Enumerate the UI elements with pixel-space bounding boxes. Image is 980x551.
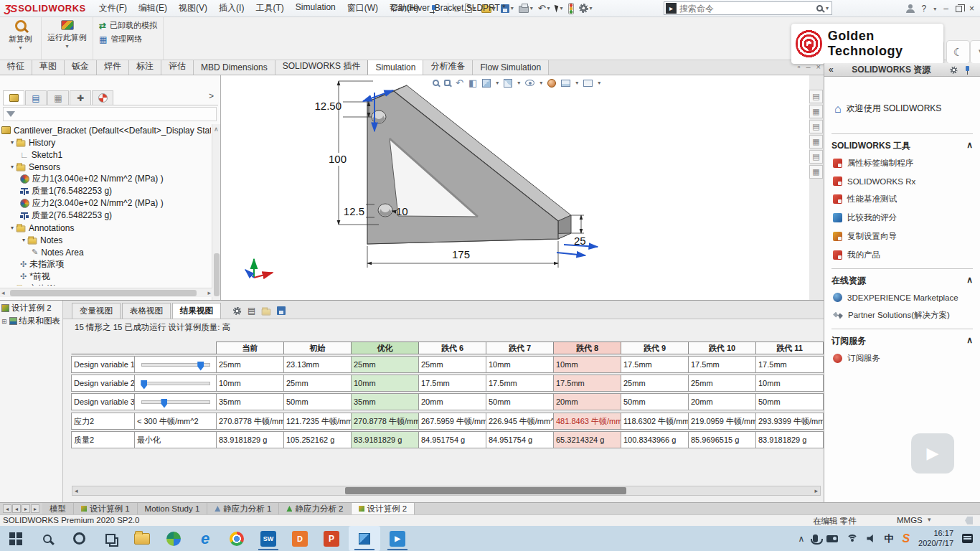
panel-button-5[interactable]: ▤ — [809, 150, 823, 164]
marketplace-link[interactable]: 3DEXPERIENCE Marketplace — [833, 293, 973, 302]
offloaded-simulation-button[interactable]: ⇄ 已卸载的模拟 — [99, 20, 157, 31]
scrollbar-thumb[interactable] — [345, 487, 626, 494]
start-button[interactable] — [0, 526, 32, 551]
browser-360-button[interactable] — [158, 526, 189, 551]
section-view-icon[interactable]: ◧ — [468, 77, 477, 88]
featuremanager-tab[interactable] — [3, 90, 24, 105]
tab-static-2[interactable]: 静应力分析 2 — [279, 503, 351, 514]
action-center-icon[interactable] — [962, 534, 973, 543]
study-list-icon[interactable]: ▤ — [248, 306, 255, 316]
scene-caret[interactable]: ▾ — [575, 80, 578, 86]
prev-tab-icon[interactable]: ◂ — [12, 504, 21, 513]
menu-insert[interactable]: 插入(I) — [213, 0, 250, 17]
tab-static-1[interactable]: 静应力分析 1 — [207, 503, 279, 514]
subscription-services-link[interactable]: 订阅服务 — [833, 353, 973, 364]
microphone-icon[interactable] — [813, 534, 818, 542]
variable-slider[interactable] — [141, 400, 210, 404]
volume-icon[interactable] — [867, 534, 875, 543]
collapse-section-icon[interactable]: ∧ — [966, 335, 973, 347]
print-caret[interactable]: ▾ — [530, 5, 533, 11]
edge-button[interactable]: e — [189, 526, 221, 551]
panel-button-2[interactable]: ▦ — [809, 105, 823, 118]
section-subscription[interactable]: 订阅服务 ∧ — [831, 335, 973, 347]
tab-variable-view[interactable]: 变量视图 — [72, 303, 121, 319]
help-button[interactable]: ? — [922, 4, 927, 14]
tree-item-front-view[interactable]: ✣ *前视 — [1, 270, 211, 283]
property-tab-builder-link[interactable]: 属性标签编制程序 — [833, 158, 973, 169]
tab-overflow-icon[interactable]: > — [209, 91, 214, 101]
options-gear-icon[interactable] — [579, 4, 588, 13]
units-caret-icon[interactable]: ▾ — [928, 516, 931, 523]
panel-button-1[interactable]: ▤ — [809, 90, 823, 103]
tree-item-sketch1[interactable]: ∟ Sketch1 — [1, 149, 211, 161]
tab-mbd-dimensions[interactable]: MBD Dimensions — [193, 60, 275, 75]
tree-item-history[interactable]: ▾ History — [1, 136, 211, 149]
chrome-button[interactable] — [221, 526, 253, 551]
taskbar-clock[interactable]: 16:17 2020/7/17 — [918, 529, 953, 549]
expander-icon[interactable]: ▾ — [9, 164, 16, 170]
sogou-tray-icon[interactable]: S — [902, 532, 910, 545]
panel-button-4[interactable]: ▦ — [809, 135, 823, 149]
col-optimal[interactable]: 优化 — [351, 342, 419, 354]
tab-simulation[interactable]: Simulation — [367, 60, 423, 75]
projector-icon[interactable] — [826, 535, 838, 542]
partner-solutions-link[interactable]: Partner Solutions(解决方案) — [833, 310, 973, 321]
collapse-section-icon[interactable]: ∧ — [966, 275, 973, 287]
tree-item-notes[interactable]: ▾ Notes — [1, 234, 211, 246]
scrollbar-thumb[interactable] — [10, 290, 197, 296]
panel-button-6[interactable]: ▦ — [809, 165, 823, 179]
ime-indicator[interactable]: 中 — [884, 532, 893, 545]
office-app-button[interactable]: D — [284, 526, 316, 551]
tree-filter[interactable] — [3, 107, 217, 121]
col-iteration-9[interactable]: 跌代 9 — [621, 342, 689, 354]
menu-tools[interactable]: 工具(T) — [250, 0, 289, 17]
search-icon[interactable] — [816, 5, 823, 11]
select-cursor-icon[interactable] — [554, 4, 560, 13]
restore-button[interactable] — [956, 6, 962, 12]
print-icon[interactable] — [519, 6, 529, 13]
close-button[interactable]: × — [969, 4, 974, 14]
slider-thumb[interactable] — [197, 362, 204, 371]
my-products-link[interactable]: 我的产品 — [833, 250, 973, 260]
performance-benchmark-link[interactable]: 性能基准测试 — [833, 194, 973, 204]
compare-score-link[interactable]: 比较我的评分 — [833, 212, 973, 223]
scroll-left-icon[interactable]: ◂ — [1, 289, 5, 296]
col-iteration-7[interactable]: 跌代 7 — [486, 342, 554, 354]
tree-item-annotations[interactable]: ▾ Annotations — [1, 222, 211, 234]
tab-flow-simulation[interactable]: Flow Simulation — [472, 60, 549, 75]
video-app-button[interactable]: ▶ — [382, 526, 413, 551]
col-initial[interactable]: 初始 — [283, 342, 352, 354]
select-caret[interactable]: ▾ — [560, 5, 563, 11]
study-tree-results[interactable]: ⊞ 结果和图表 — [0, 314, 62, 326]
rebuild-icon[interactable] — [568, 3, 574, 14]
last-tab-icon[interactable]: ▸ — [31, 504, 39, 513]
collapse-pane-icon[interactable]: « — [829, 65, 834, 75]
tray-expand-icon[interactable]: ∧ — [798, 534, 805, 544]
tab-table-view[interactable]: 表格视图 — [122, 303, 171, 319]
view-orientation-caret[interactable]: ▾ — [496, 80, 499, 86]
display-style-icon[interactable] — [504, 79, 512, 88]
run-study-button[interactable]: 运行此算例 ▾ — [42, 17, 93, 60]
welcome-link[interactable]: ⌂ 欢迎使用 SOLIDWORKS — [834, 103, 973, 115]
minimize-button[interactable]: – — [943, 4, 948, 14]
solidworks-app-button[interactable]: SW — [253, 526, 284, 551]
expander-icon[interactable]: ▾ — [20, 237, 27, 243]
scrollbar-thumb[interactable] — [214, 253, 220, 296]
command-search[interactable]: ▸ ▾ — [664, 1, 832, 15]
tab-design-study-1[interactable]: 设计算例 1 — [74, 503, 138, 514]
undo-icon[interactable]: ↶ — [538, 4, 546, 13]
tree-item-solids[interactable]: ▾ 实体(1) — [1, 283, 211, 286]
units-selector[interactable]: MMGS — [897, 516, 923, 524]
tree-item-stress2[interactable]: 应力2(3.040e+02 N/mm^2 (MPa) ) — [1, 197, 211, 209]
col-iteration-10[interactable]: 跌代 10 — [688, 342, 756, 354]
displaymanager-tab[interactable] — [92, 90, 113, 105]
expand-plus-icon[interactable]: ⊞ — [1, 318, 7, 325]
section-online-resources[interactable]: 在线资源 ∧ — [831, 275, 973, 287]
tab-model[interactable]: 模型 — [42, 503, 74, 514]
hide-show-items-icon[interactable] — [525, 80, 534, 86]
view-settings-icon[interactable] — [583, 80, 593, 87]
tree-item-stress1[interactable]: 应力1(3.040e+02 N/mm^2 (MPa) ) — [1, 173, 211, 185]
solidworks-rx-link[interactable]: SOLIDWORKS Rx — [833, 176, 973, 186]
col-iteration-6[interactable]: 跌代 6 — [418, 342, 486, 354]
taskbar-search-button[interactable] — [32, 526, 63, 551]
